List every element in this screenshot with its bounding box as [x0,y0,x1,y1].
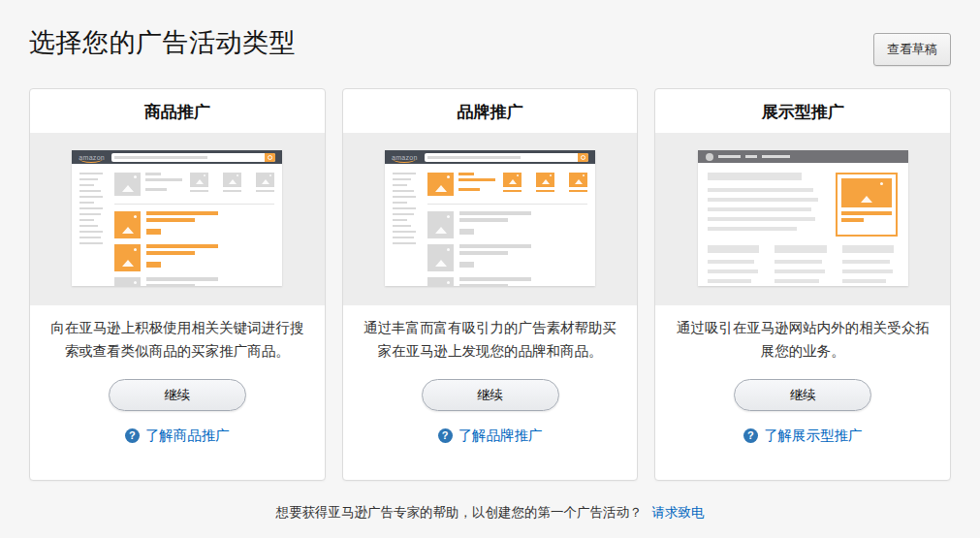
card-description: 向在亚马逊上积极使用相关关键词进行搜索或查看类似商品的买家推广商品。 [30,305,325,375]
illustration-shape [146,229,161,235]
article-text [708,173,826,237]
card-description: 通过吸引在亚马逊网站内外的相关受众拓展您的业务。 [655,305,950,375]
illustration-shape [458,178,495,181]
illustration-shape [536,173,554,192]
card-sponsored-products: 商品推广 amazon [29,88,326,481]
illustration-shape [708,173,898,237]
organic-listing [427,244,587,271]
organic-listing [427,277,587,286]
illustration-shape [145,173,161,175]
illustration-shape [393,184,407,186]
photo-icon [223,173,241,187]
illustration-shape [708,198,819,202]
illustration-shape [393,190,414,192]
illustration-shape [190,173,208,192]
illustration-shape [708,173,803,180]
illustration-shape [459,244,531,271]
amazon-logo: amazon [392,154,418,161]
illustration-shape [145,173,182,191]
learn-more-link[interactable]: ? 了解品牌推广 [343,427,638,445]
illustration-shape [427,156,521,159]
illustration-shape [145,178,182,181]
photo-icon [536,173,554,187]
illustration-shape [393,196,416,198]
campaign-cards: 商品推广 amazon [29,88,951,481]
illustration-shape [190,190,208,192]
filter-sidebar [79,173,105,286]
photo-icon [427,211,454,238]
illustration-shape [841,211,892,215]
illustration-shape [458,173,495,191]
photo-icon [841,178,892,207]
view-drafts-button[interactable]: 查看草稿 [873,33,951,66]
illustration-shape [459,284,508,286]
illustration-shape [458,188,480,191]
search-button-icon [265,153,275,162]
illustration-shape [842,269,893,273]
amazon-serp-mock: amazon [385,150,595,286]
amazon-header-bar: amazon [385,150,595,164]
illustration-shape [842,245,894,253]
illustration-shape [745,155,757,158]
photo-icon [114,244,141,271]
photo-icon [190,173,208,187]
illustration-shape [146,277,218,286]
card-title: 商品推广 [30,89,325,133]
search-bar [425,153,588,162]
illustration-shape [393,178,411,180]
learn-more-link[interactable]: ? 了解商品推广 [30,427,325,445]
illustration-shape [459,211,531,215]
illustration-shape [775,269,825,273]
card-title: 展示型推广 [655,89,950,133]
illustration-shape [223,190,241,192]
photo-icon [569,173,587,187]
illustration-shape [708,217,815,221]
learn-more-label: 了解展示型推广 [764,427,863,445]
page-title: 选择您的广告活动类型 [29,25,296,60]
illustration-shape [114,204,274,205]
display-ad-unit [836,173,898,237]
footer-text: 想要获得亚马逊广告专家的帮助，以创建您的第一个广告活动？ [276,505,643,520]
illustration-shape [459,218,508,222]
amazon-serp-mock: amazon [72,150,282,286]
learn-more-link[interactable]: ? 了解展示型推广 [655,427,950,445]
sponsored-products-illustration: amazon [30,133,325,305]
site-logo-icon [706,153,713,161]
illustration-shape [708,269,758,273]
illustration-shape [393,202,407,204]
illustration-shape [775,260,822,264]
sponsored-listing [114,211,274,238]
sponsored-display-illustration [655,133,950,305]
photo-icon [427,277,454,286]
continue-button[interactable]: 继续 [734,379,871,411]
illustration-shape [503,173,522,192]
amazon-header-bar: amazon [72,150,282,164]
continue-button[interactable]: 继续 [109,379,246,411]
illustration-shape [79,237,101,238]
illustration-shape [79,219,94,221]
illustration-shape [146,211,218,215]
illustration-shape [72,164,282,286]
continue-button[interactable]: 继续 [422,379,559,411]
sponsored-listing [114,244,274,271]
illustration-shape [79,242,103,244]
help-icon: ? [125,428,140,443]
card-sponsored-brands: 品牌推广 amazon [342,88,639,481]
illustration-shape [393,225,411,227]
illustration-shape [503,190,522,192]
illustration-shape [536,190,554,192]
illustration-shape [385,164,595,286]
request-call-link[interactable]: 请求致电 [651,505,704,520]
illustration-shape [393,213,414,215]
illustration-shape [842,279,886,283]
search-button-icon [578,153,588,162]
illustration-shape [79,178,98,180]
illustration-shape [256,173,274,192]
illustration-shape [146,251,195,255]
learn-more-label: 了解品牌推广 [458,427,543,445]
illustration-shape [698,163,908,286]
illustration-shape [393,242,416,244]
photo-icon [114,173,141,196]
amazon-logo: amazon [79,154,105,161]
photo-icon [427,173,454,196]
